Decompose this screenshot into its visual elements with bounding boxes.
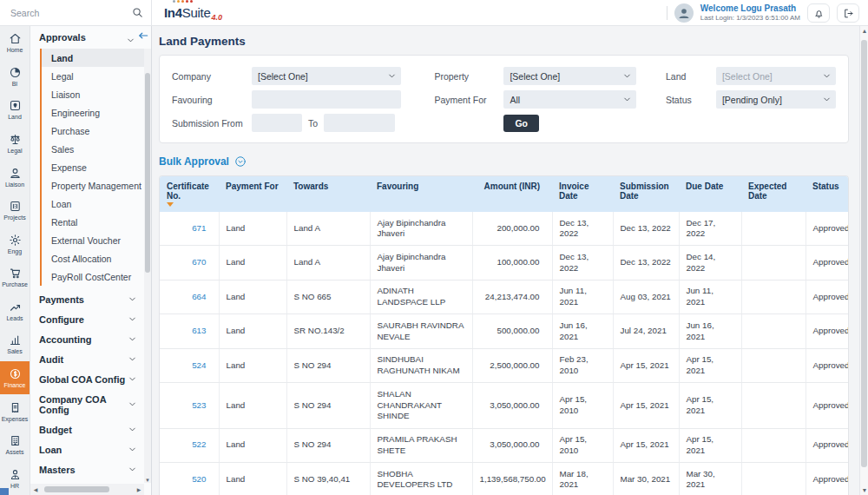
scroll-right-arrow[interactable]: ▶ bbox=[134, 486, 144, 492]
cell-submission-date: Mar 30, 2021 bbox=[613, 463, 679, 495]
rail-item-bi[interactable]: BI bbox=[0, 60, 30, 94]
rail-item-finance[interactable]: Finance bbox=[0, 361, 30, 395]
submenu-item-sales[interactable]: Sales bbox=[42, 140, 151, 158]
column-header-payment-for[interactable]: Payment For bbox=[219, 176, 286, 212]
certificate-link[interactable]: 522 bbox=[192, 439, 206, 449]
rail-item-expenses[interactable]: Expenses bbox=[0, 394, 30, 428]
sales-icon bbox=[9, 333, 22, 346]
submenu-item-liaison[interactable]: Liaison bbox=[42, 85, 151, 103]
scroll-left-arrow[interactable]: ◀ bbox=[30, 486, 41, 492]
scroll-up-arrow[interactable]: ▲ bbox=[860, 28, 868, 34]
submenu-item-rental[interactable]: Rental bbox=[42, 213, 151, 231]
cell-favouring: PRAMILA PRAKASH SHETE bbox=[370, 428, 472, 462]
rail-item-liaison[interactable]: Liaison bbox=[0, 160, 30, 194]
column-header-due-date[interactable]: Due Date bbox=[679, 176, 741, 212]
collapse-menu-arrow-icon[interactable] bbox=[137, 30, 149, 42]
cell-due-date: Jun 11, 2021 bbox=[679, 280, 741, 314]
certificate-link[interactable]: 523 bbox=[192, 400, 206, 410]
column-header-certificate-no[interactable]: Certificate No. bbox=[160, 176, 219, 212]
menu-group-company-coa-config[interactable]: Company COA Config bbox=[30, 389, 151, 419]
menu-scrollbar-horizontal[interactable]: ◀ ▶ bbox=[30, 484, 144, 495]
certificate-link[interactable]: 671 bbox=[192, 223, 206, 233]
scrollbar-corner bbox=[0, 488, 9, 495]
chevron-down-icon bbox=[126, 33, 135, 43]
submenu-item-legal[interactable]: Legal bbox=[42, 67, 151, 85]
search-icon[interactable] bbox=[131, 6, 144, 19]
column-header-expected-date[interactable]: Expected Date bbox=[741, 176, 806, 212]
go-button[interactable]: Go bbox=[503, 115, 539, 132]
submenu-item-expense[interactable]: Expense bbox=[42, 158, 151, 176]
expand-circle-down-icon[interactable] bbox=[234, 155, 247, 168]
table-row: 522LandS NO 294PRAMILA PRAKASH SHETE3,05… bbox=[160, 428, 849, 462]
menu-scrollbar-vertical[interactable]: ▼ bbox=[144, 49, 151, 483]
menu-group-audit[interactable]: Audit bbox=[30, 349, 151, 369]
menu-group-configure[interactable]: Configure bbox=[30, 309, 151, 329]
certificate-link[interactable]: 670 bbox=[192, 257, 206, 267]
rail-item-purchase[interactable]: Purchase bbox=[0, 261, 30, 294]
column-header-status[interactable]: Status bbox=[806, 176, 849, 212]
submenu-item-purchase[interactable]: Purchase bbox=[42, 122, 151, 140]
menu-group-masters[interactable]: Masters bbox=[30, 459, 151, 479]
cell-invoice-date: Jun 11, 2021 bbox=[552, 280, 613, 314]
column-header-favouring[interactable]: Favouring bbox=[370, 176, 472, 212]
submenu-item-property-management[interactable]: Property Management bbox=[42, 176, 151, 195]
scroll-down-arrow[interactable]: ▼ bbox=[860, 487, 868, 493]
favouring-input[interactable] bbox=[252, 90, 401, 109]
menu-group-accounting[interactable]: Accounting bbox=[30, 329, 151, 349]
main-scrollbar-vertical[interactable]: ▲ ▼ bbox=[859, 26, 868, 495]
column-header-towards[interactable]: Towards bbox=[286, 176, 370, 212]
certificate-link[interactable]: 520 bbox=[192, 474, 206, 484]
menu-group-label: Company COA Config bbox=[39, 394, 128, 415]
submenu-item-loan[interactable]: Loan bbox=[42, 195, 151, 213]
property-select[interactable]: [Select One] bbox=[503, 67, 636, 85]
rail-item-home[interactable]: Home bbox=[0, 26, 30, 60]
submission-to-input[interactable] bbox=[324, 114, 395, 132]
submenu-item-cost-allocation[interactable]: Cost Allocation bbox=[42, 249, 151, 267]
cell-due-date: Apr 15, 2021 bbox=[679, 428, 741, 462]
column-header-amount-inr[interactable]: Amount (INR) bbox=[472, 176, 552, 212]
certificate-link[interactable]: 524 bbox=[192, 360, 206, 370]
certificate-link[interactable]: 664 bbox=[192, 292, 206, 301]
menu-group-budget[interactable]: Budget bbox=[30, 419, 151, 439]
submission-from-input[interactable] bbox=[252, 114, 302, 132]
cell-due-date: Mar 30, 2021 bbox=[679, 463, 741, 495]
search-input[interactable] bbox=[10, 8, 131, 18]
menu-group-global-coa-config[interactable]: Global COA Config bbox=[30, 369, 151, 389]
submenu-item-external-voucher[interactable]: External Voucher bbox=[42, 231, 151, 249]
status-select[interactable]: [Pending Only] bbox=[716, 90, 836, 109]
cell-certificate-no: 520 bbox=[160, 463, 219, 495]
cell-favouring: SHOBHA DEVELOPERS LTD bbox=[370, 463, 472, 495]
rail-item-sales[interactable]: Sales bbox=[0, 327, 30, 361]
notifications-button[interactable] bbox=[807, 3, 830, 23]
chevron-down-icon bbox=[128, 314, 137, 324]
filter-panel: Company [Select One] Favouring Submissio… bbox=[159, 55, 849, 143]
submenu-item-land[interactable]: Land bbox=[42, 49, 151, 67]
cell-invoice-date: Jun 16, 2021 bbox=[552, 314, 613, 348]
scrollbar-thumb[interactable] bbox=[861, 40, 867, 467]
rail-item-legal[interactable]: Legal bbox=[0, 127, 30, 161]
land-select-value: [Select One] bbox=[722, 71, 773, 82]
company-select[interactable]: [Select One] bbox=[252, 67, 401, 85]
menu-group-loan[interactable]: Loan bbox=[30, 439, 151, 459]
column-header-submission-date[interactable]: Submission Date bbox=[613, 176, 679, 212]
rail-item-assets[interactable]: Assets bbox=[0, 428, 30, 462]
status-select-value: [Pending Only] bbox=[722, 95, 782, 105]
rail-item-engg[interactable]: Engg bbox=[0, 227, 30, 261]
land-select[interactable]: [Select One] bbox=[716, 67, 836, 85]
cell-expected-date bbox=[741, 348, 806, 382]
rail-item-leads[interactable]: Leads bbox=[0, 294, 30, 328]
submenu-item-payroll-costcenter[interactable]: PayRoll CostCenter bbox=[42, 267, 151, 286]
logout-button[interactable] bbox=[837, 3, 859, 23]
column-header-invoice-date[interactable]: Invoice Date bbox=[552, 176, 613, 212]
certificate-link[interactable]: 613 bbox=[192, 326, 206, 335]
scrollbar-thumb[interactable] bbox=[145, 73, 150, 273]
submenu-item-engineering[interactable]: Engineering bbox=[42, 103, 151, 122]
menu-group-payments[interactable]: Payments bbox=[30, 289, 151, 309]
menu-group-approvals[interactable]: Approvals bbox=[30, 26, 151, 47]
scrollbar-thumb[interactable] bbox=[44, 486, 109, 492]
rail-item-projects[interactable]: Projects bbox=[0, 194, 30, 228]
scroll-down-arrow[interactable]: ▼ bbox=[144, 478, 151, 483]
sidebar-menu: Approvals LandLegalLiaisonEngineeringPur… bbox=[30, 26, 152, 495]
payment-for-select[interactable]: All bbox=[503, 90, 636, 109]
rail-item-land[interactable]: Land bbox=[0, 93, 30, 127]
